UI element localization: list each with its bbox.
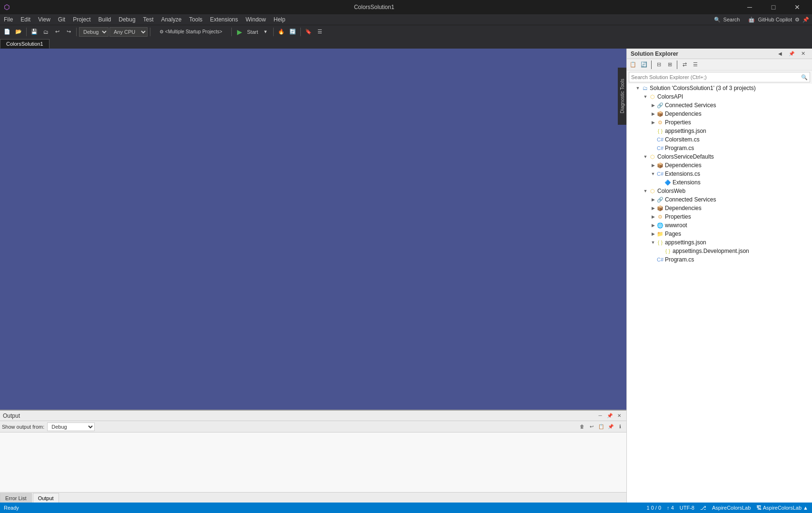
output-clear-button[interactable]: 🗑 [578, 422, 586, 431]
se-collapse-button[interactable]: ⊟ [654, 60, 664, 70]
cw-pages-label: Pages [665, 231, 681, 237]
tree-colorsapi-deps[interactable]: ▶ 📦 Dependencies [627, 110, 812, 118]
tree-cw-deps[interactable]: ▶ 📦 Dependencies [627, 204, 812, 212]
csd-deps-label: Dependencies [665, 162, 702, 169]
ready-status: Ready [4, 505, 19, 511]
solution-explorer-panel: Solution Explorer ◀ 📌 ✕ 📋 🔄 ⊟ ⊞ ⇄ ☰ 🔍 [626, 49, 812, 513]
menu-tools[interactable]: Tools [185, 14, 206, 25]
tree-colorsapi-props[interactable]: ▶ ⚙ Properties [627, 118, 812, 127]
output-pin2-button[interactable]: 📌 [606, 422, 615, 431]
menu-analyze[interactable]: Analyze [158, 14, 186, 25]
tab-output[interactable]: Output [33, 493, 59, 503]
menu-file[interactable]: File [0, 14, 17, 25]
undo-button[interactable]: ↩ [52, 27, 62, 37]
appsettings-api-label: appsettings.json [665, 128, 706, 134]
output-float-button[interactable]: ─ [596, 412, 604, 420]
hot-reload-button[interactable]: 🔥 [276, 27, 287, 37]
tree-solution[interactable]: ▼ 🗂 Solution 'ColorsSolution1' (3 of 3 p… [627, 84, 812, 92]
redo-button[interactable]: ↪ [63, 27, 74, 37]
tree-csd-extensions-cs[interactable]: ▼ C# Extensions.cs [627, 170, 812, 178]
tree-cw-wwwroot[interactable]: ▶ 🌐 wwwroot [627, 221, 812, 230]
diagnostic-tools-tab[interactable]: Diagnostic Tools [618, 68, 626, 125]
tree-colorsapi-connservices[interactable]: ▶ 🔗 Connected Services [627, 101, 812, 110]
menu-window[interactable]: Window [242, 14, 270, 25]
menu-edit[interactable]: Edit [17, 14, 34, 25]
title-bar-left: ⬡ [4, 3, 10, 11]
menu-test[interactable]: Test [139, 14, 158, 25]
settings-button[interactable]: ☰ [315, 27, 325, 37]
se-refresh-button[interactable]: 🔄 [639, 60, 649, 70]
se-filter-button[interactable]: ⊞ [664, 60, 675, 70]
open-file-button[interactable]: 📂 [13, 27, 24, 37]
menu-build[interactable]: Build [95, 14, 115, 25]
tree-colorsapi[interactable]: ▼ ⬡ ColorsAPI [627, 92, 812, 101]
menu-view[interactable]: View [34, 14, 54, 25]
output-header-controls: ─ 📌 ✕ [596, 412, 624, 420]
maximize-button[interactable]: □ [762, 0, 784, 14]
output-wrap-button[interactable]: ↩ [587, 422, 596, 431]
menu-help[interactable]: Help [270, 14, 289, 25]
se-search-container: 🔍 [629, 72, 810, 82]
tree-cw-program[interactable]: ▶ C# Program.cs [627, 255, 812, 264]
menu-debug[interactable]: Debug [115, 14, 139, 25]
menu-extensions[interactable]: Extensions [206, 14, 242, 25]
tree-colorsapi-program[interactable]: ▶ C# Program.cs [627, 144, 812, 152]
tree-colorsservicedefaults[interactable]: ▼ ⬡ ColorsServiceDefaults [627, 152, 812, 161]
search-label: Search [723, 17, 740, 22]
tree-colorsapi-appsettings[interactable]: ▶ { } appsettings.json [627, 127, 812, 135]
output-close-button[interactable]: ✕ [615, 412, 624, 420]
output-info-button[interactable]: ℹ [616, 422, 624, 431]
branch-name[interactable]: AspireColorsLab [712, 505, 751, 511]
se-settings-button[interactable]: ☰ [690, 60, 701, 70]
cw-wwwroot-icon: 🌐 [656, 222, 664, 229]
csd-icon: ⬡ [649, 154, 656, 160]
tree-cw-props[interactable]: ▶ ⚙ Properties [627, 212, 812, 221]
cw-appsettings-label: appsettings.json [665, 239, 706, 246]
se-search-input[interactable] [631, 74, 801, 80]
start-dropdown[interactable]: ▾ [260, 27, 271, 37]
menu-project[interactable]: Project [69, 14, 94, 25]
se-pin-button[interactable]: ◀ [775, 49, 785, 59]
se-unpin-button[interactable]: 📌 [786, 49, 797, 59]
tree-csd-deps[interactable]: ▶ 📦 Dependencies [627, 161, 812, 170]
tab-error-list[interactable]: Error List [0, 493, 32, 503]
tree-colorsapi-colorsitem[interactable]: ▶ C# Colorsitem.cs [627, 135, 812, 144]
se-sync-button[interactable]: ⇄ [679, 60, 690, 70]
csd-deps-icon: 📦 [656, 162, 664, 169]
close-button[interactable]: ✕ [786, 0, 808, 14]
se-sep-1 [651, 60, 652, 69]
tree-colorsweb[interactable]: ▼ ⬡ ColorsWeb [627, 187, 812, 195]
deps-icon: 📦 [656, 111, 664, 117]
menu-git[interactable]: Git [54, 14, 69, 25]
tree-cw-appsettings[interactable]: ▼ { } appsettings.json [627, 238, 812, 247]
output-pin-button[interactable]: 📌 [605, 412, 614, 420]
tree-cw-connservices[interactable]: ▶ 🔗 Connected Services [627, 195, 812, 204]
tree-csd-extensions[interactable]: ▶ 🔷 Extensions [627, 178, 812, 187]
toolbar-separator-5 [273, 28, 274, 36]
program-api-icon: C# [656, 145, 664, 151]
spaces-indicator: ↑ 4 [667, 505, 674, 511]
debug-mode-select[interactable]: Debug Release [79, 27, 109, 37]
tree-cw-pages[interactable]: ▶ 📁 Pages [627, 230, 812, 238]
bookmark-button[interactable]: 🔖 [303, 27, 314, 37]
output-copy-button[interactable]: 📋 [597, 422, 605, 431]
se-close-button[interactable]: ✕ [798, 49, 808, 59]
output-source-select[interactable]: Debug Build Git GitHub Copilot [47, 422, 95, 431]
se-properties-button[interactable]: 📋 [628, 60, 638, 70]
appsettings-api-icon: { } [656, 128, 664, 134]
new-file-button[interactable]: 📄 [2, 27, 12, 37]
connservices-label: Connected Services [665, 102, 716, 109]
startup-projects-button[interactable]: ⚙ <Multiple Startup Projects> [153, 27, 229, 37]
cw-wwwroot-label: wwwroot [665, 222, 687, 229]
start-button[interactable]: ▶ [234, 27, 245, 37]
start-label-button[interactable]: Start [246, 27, 259, 37]
window-controls: ─ □ ✕ [739, 0, 808, 14]
cpu-select[interactable]: Any CPU x64 x86 [109, 27, 148, 37]
save-all-button[interactable]: 🗂 [40, 27, 51, 37]
refresh-button[interactable]: 🔄 [287, 27, 298, 37]
editor-tab-colorssolution1[interactable]: ColorsSolution1 [0, 39, 50, 49]
minimize-button[interactable]: ─ [739, 0, 761, 14]
cw-program-label: Program.cs [665, 256, 694, 263]
tree-cw-appsettings-dev[interactable]: ▶ { } appsettings.Development.json [627, 247, 812, 255]
save-button[interactable]: 💾 [29, 27, 40, 37]
